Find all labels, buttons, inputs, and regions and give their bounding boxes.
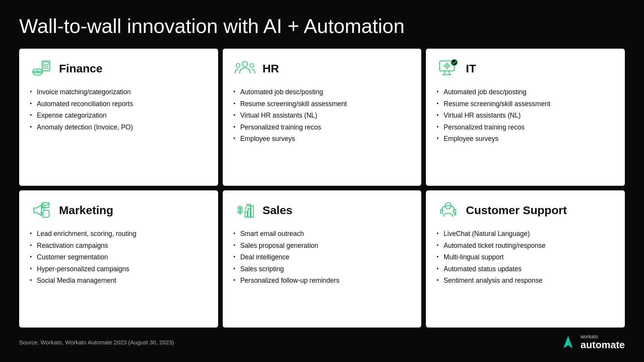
list-item: Sentiment analysis and response [437,275,614,287]
card-it: IT Automated job desc/posting Resume scr… [426,49,625,186]
sales-icon: $ [233,199,256,222]
svg-line-18 [449,71,450,75]
card-sales-list: Smart email outreach Sales proposal gene… [233,228,411,287]
svg-rect-29 [245,212,247,217]
list-item: Automated reconciliation reports [30,98,207,110]
svg-point-26 [451,59,457,66]
list-item: Lead enrichment, scoring, routing [30,228,207,240]
list-item: Hyper-personalized campaigns [30,263,207,275]
list-item: Expense categorization [30,110,207,121]
card-hr-title: HR [263,62,279,75]
list-item: Employee surveys [437,133,614,145]
list-item: Multi-lingual support [437,251,614,263]
list-item: Automated job desc/posting [437,86,614,98]
list-item: Automated job desc/posting [233,86,411,98]
card-finance-header: $ Finance [30,57,207,80]
footer: Source: Workato, Workato Automate 2023 (… [19,334,625,351]
marketing-icon [30,199,53,222]
card-customer-support-list: LiveChat (Natural Language) Automated ti… [437,228,614,287]
svg-marker-36 [568,336,573,348]
list-item: Sales proposal generation [233,240,411,252]
list-item: Resume screening/skill assessment [233,98,411,110]
workato-logo-text: workato automate [580,334,625,351]
card-marketing: Marketing Lead enrichment, scoring, rout… [19,190,218,328]
list-item: Automated ticket routing/response [437,240,614,252]
list-item: Employee surveys [233,133,411,145]
workato-logo: workato automate [560,334,625,351]
list-item: LiveChat (Natural Language) [437,228,614,240]
list-item: Smart email outreach [233,228,411,240]
card-it-list: Automated job desc/posting Resume screen… [437,86,614,145]
automate-label: automate [580,339,625,351]
list-item: Sales scripting [233,263,411,275]
card-sales-title: Sales [263,204,292,217]
list-item: Virtual HR assistants (NL) [233,110,411,121]
svg-rect-6 [43,66,44,67]
page-title: Wall-to-wall innovation with AI + Automa… [19,15,625,37]
customer-support-icon [437,199,460,222]
svg-text:$: $ [36,69,38,73]
workato-label: workato [580,334,625,339]
card-finance: $ Finance Invoice matching/categorizatio… [19,49,218,186]
list-item: Personalized follow-up reminders [233,275,411,287]
card-marketing-title: Marketing [59,204,113,217]
card-finance-title: Finance [59,62,102,75]
list-item: Automated status updates [437,263,614,275]
list-item: Virtual HR assistants (NL) [437,110,614,121]
card-sales-header: $ Sales [233,199,411,222]
card-hr-header: HR [233,57,411,80]
svg-rect-8 [47,66,48,67]
svg-rect-7 [45,66,46,67]
card-marketing-header: Marketing [30,199,207,222]
svg-rect-31 [251,206,253,217]
list-item: Social Media management [30,275,207,287]
list-item: Personalized training recos [437,121,614,133]
svg-point-13 [242,61,248,67]
hr-icon [233,57,256,80]
card-customer-support: Customer Support LiveChat (Natural Langu… [426,190,625,328]
svg-point-21 [446,65,448,67]
svg-rect-9 [43,67,44,69]
svg-point-14 [236,64,240,67]
finance-icon: $ [30,57,53,80]
card-it-title: IT [466,62,476,75]
svg-line-17 [444,71,445,75]
list-item: Resume screening/skill assessment [437,98,614,110]
list-item: Deal intelligence [233,251,411,263]
svg-point-15 [250,64,254,67]
card-marketing-list: Lead enrichment, scoring, routing Reacti… [30,228,207,287]
list-item: Anomaly detection (Invoice, PO) [30,121,207,133]
list-item: Customer segmentation [30,251,207,263]
card-hr: HR Automated job desc/posting Resume scr… [223,49,422,186]
card-hr-list: Automated job desc/posting Resume screen… [233,86,411,145]
it-icon [437,57,460,80]
card-it-header: IT [437,57,614,80]
list-item: Invoice matching/categorization [30,86,207,98]
svg-rect-11 [47,67,48,69]
workato-logo-icon [560,334,577,351]
card-sales: $ Sales Smart email outreach Sales propo… [223,190,422,328]
card-customer-support-title: Customer Support [466,204,567,217]
svg-point-20 [445,64,449,68]
cards-grid: $ Finance Invoice matching/categorizatio… [19,49,625,328]
card-finance-list: Invoice matching/categorization Automate… [30,86,207,133]
list-item: Personalized training recos [233,121,411,133]
svg-rect-10 [45,67,46,69]
footer-source-text: Source: Workato, Workato Automate 2023 (… [19,339,174,346]
list-item: Reactivation campaigns [30,240,207,252]
svg-rect-5 [43,62,49,64]
card-customer-support-header: Customer Support [437,199,614,222]
svg-rect-30 [248,209,250,217]
svg-text:$: $ [237,204,243,216]
